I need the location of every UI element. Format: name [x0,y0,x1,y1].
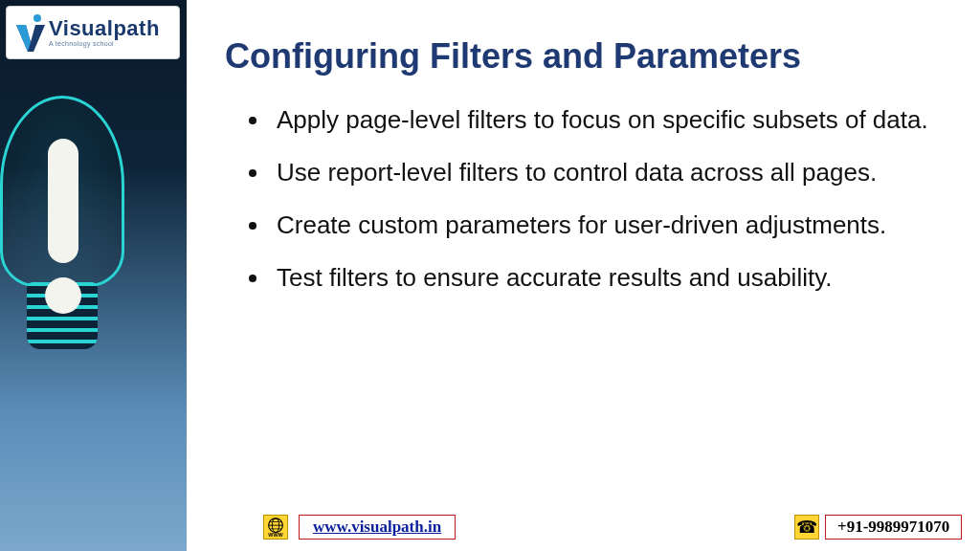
logo-card: Visualpath A technology school [6,6,180,59]
globe-icon: WWW [263,515,288,540]
telephone-icon: ☎ [794,515,819,540]
sidebar-graphic: Visualpath A technology school [0,0,187,551]
bullet-item: Use report-level filters to control data… [271,156,952,189]
svg-text:WWW: WWW [268,532,283,538]
url-box: www.visualpath.in [299,515,456,540]
footer: WWW www.visualpath.in ☎ +91-9989971070 [0,509,980,541]
bullet-list: Apply page-level filters to focus on spe… [225,103,952,295]
lightbulb-graphic [0,86,144,469]
bullet-item: Apply page-level filters to focus on spe… [271,103,952,137]
bullet-item: Test filters to ensure accurate results … [271,261,952,295]
svg-point-0 [33,14,41,22]
bullet-item: Create custom parameters for user-driven… [271,209,952,242]
slide-title: Configuring Filters and Parameters [225,36,952,77]
logo-text-main: Visualpath [49,18,160,39]
logo-text-sub: A technology school [49,40,160,47]
website-link[interactable]: www.visualpath.in [313,518,441,537]
logo-icon [14,13,47,52]
phone-number: +91-9989971070 [837,518,949,537]
phone-box: +91-9989971070 [825,515,962,540]
main-content: Configuring Filters and Parameters Apply… [225,36,952,314]
exclamation-icon [48,139,78,263]
